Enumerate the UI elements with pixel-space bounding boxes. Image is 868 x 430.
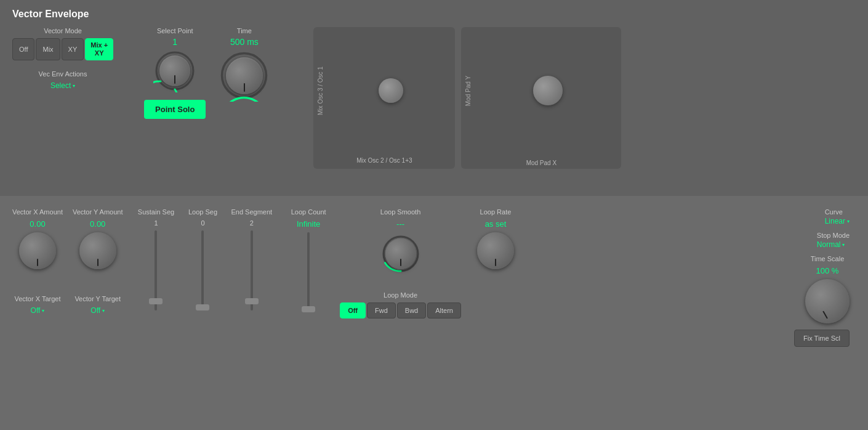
time-knob-inner [226, 57, 263, 94]
top-panel: Vector Envelope Vector Mode Off Mix XY M… [0, 0, 868, 196]
time-scale-label: Time Scale [811, 255, 845, 262]
vec-env-actions-label: Vec Env Actions [39, 70, 87, 78]
vector-mode-label: Vector Mode [44, 27, 82, 34]
select-point-knob-inner [159, 55, 190, 86]
bottom-panel: Vector X Amount 0.00 Vector X Target Off… [0, 196, 868, 430]
vector-x-amount-value: 0.00 [30, 219, 45, 229]
stop-mode-label: Stop Mode [817, 232, 850, 239]
vector-x-target-dropdown[interactable]: Off ▾ [31, 306, 45, 315]
time-scale-col: Time Scale 100 % [805, 255, 850, 323]
end-segment-col: End Segment 2 [231, 208, 272, 310]
loop-rate-value: as set [485, 219, 507, 229]
loop-smooth-knob-inner [385, 238, 416, 269]
end-segment-label: End Segment [231, 208, 272, 216]
mode-mix-xy-button[interactable]: Mix + XY [85, 38, 113, 60]
pad2-bottom-label: Mod Pad X [461, 160, 621, 166]
vx-target-chevron-icon: ▾ [42, 308, 44, 314]
loop-mode-group: Off Fwd Bwd Altern [340, 302, 461, 318]
sustain-seg-label: Sustain Seg [138, 208, 174, 216]
loop-count-thumb[interactable] [302, 306, 315, 312]
curve-label: Curve [825, 208, 843, 216]
vy-target-chevron-icon: ▾ [102, 308, 105, 314]
time-scale-knob[interactable] [805, 279, 850, 323]
vector-y-amount-col: Vector Y Amount 0.00 Vector Y Target Off… [73, 208, 123, 315]
time-value: 500 ms [230, 37, 259, 47]
stop-mode-dropdown[interactable]: Normal ▾ [817, 240, 845, 249]
time-control: Time 500 ms [218, 27, 270, 119]
loop-mode-off-button[interactable]: Off [340, 302, 366, 318]
vector-x-target-label: Vector X Target [14, 295, 60, 302]
pad1-knob [379, 78, 403, 103]
vector-x-amount-label: Vector X Amount [12, 208, 63, 216]
vector-y-target-label: Vector Y Target [74, 295, 121, 302]
end-segment-thumb[interactable] [245, 298, 259, 304]
fix-time-scl-button[interactable]: Fix Time Scl [794, 330, 850, 347]
loop-seg-thumb[interactable] [196, 304, 209, 310]
pad2-knob [533, 76, 563, 105]
select-point-knob[interactable] [153, 49, 196, 92]
loop-smooth-knob[interactable] [379, 232, 422, 275]
sustain-seg-thumb[interactable] [149, 298, 163, 304]
time-knob[interactable] [218, 49, 270, 102]
loop-seg-label: Loop Seg [188, 208, 217, 216]
time-label: Time [237, 27, 252, 34]
select-chevron-icon: ▾ [73, 83, 75, 89]
loop-count-value: Infinite [297, 219, 320, 229]
pad2-vertical-label: Mod Pad Y [465, 75, 472, 105]
panel-title: Vector Envelope [12, 9, 856, 20]
loop-count-col: Loop Count Infinite [287, 208, 330, 312]
sustain-seg-col: Sustain Seg 1 [137, 208, 174, 310]
loop-rate-col: Loop Rate as set [471, 208, 520, 269]
select-dropdown[interactable]: Select ▾ [50, 81, 75, 90]
pad1-vertical-label: Mix Osc 3 / Osc 1 [317, 67, 324, 115]
sustain-seg-slider[interactable] [155, 230, 157, 310]
mode-mix-button[interactable]: Mix [36, 38, 60, 60]
curve-dropdown[interactable]: Linear ▾ [825, 217, 850, 225]
loop-count-label: Loop Count [291, 208, 326, 216]
mode-off-button[interactable]: Off [12, 38, 34, 60]
loop-rate-label: Loop Rate [480, 208, 512, 216]
select-point-label: Select Point [157, 27, 193, 34]
loop-smooth-value: --- [396, 219, 404, 229]
xy-pad-1[interactable]: Mix Osc 3 / Osc 1 Mix Osc 2 / Osc 1+3 [313, 27, 455, 169]
time-scale-value: 100 % [816, 266, 839, 275]
loop-smooth-label: Loop Smooth [380, 208, 420, 216]
vector-y-target-dropdown[interactable]: Off ▾ [90, 306, 105, 315]
loop-seg-value: 0 [201, 219, 204, 227]
end-segment-value: 2 [250, 219, 254, 227]
select-point-value: 1 [172, 37, 177, 47]
loop-smooth-col: Loop Smooth --- Loop Mode Off Fwd Bwd Al… [340, 208, 461, 318]
loop-mode-altern-button[interactable]: Altern [427, 302, 461, 318]
loop-count-slider[interactable] [307, 232, 310, 312]
curve-chevron-icon: ▾ [847, 219, 850, 224]
mode-xy-button[interactable]: XY [62, 38, 84, 60]
loop-rate-knob[interactable] [477, 232, 514, 269]
vector-x-amount-col: Vector X Amount 0.00 Vector X Target Off… [12, 208, 63, 315]
vector-x-amount-knob[interactable] [19, 232, 56, 269]
vector-y-amount-label: Vector Y Amount [73, 208, 123, 216]
vector-y-amount-value: 0.00 [90, 219, 105, 229]
stop-mode-chevron-icon: ▾ [842, 242, 845, 248]
pad1-bottom-label: Mix Osc 2 / Osc 1+3 [313, 153, 455, 166]
loop-mode-fwd-button[interactable]: Fwd [367, 302, 396, 318]
xy-pad-2[interactable]: Mod Pad Y Mod Pad X [461, 27, 621, 169]
vector-mode-group: Off Mix XY Mix + XY [12, 38, 113, 60]
loop-seg-col: Loop Seg 0 [184, 208, 221, 310]
select-point-control: Select Point 1 Point Solo [144, 27, 206, 119]
end-segment-slider[interactable] [251, 230, 253, 310]
loop-seg-slider[interactable] [201, 230, 204, 310]
point-solo-button[interactable]: Point Solo [144, 100, 206, 119]
vector-y-amount-knob[interactable] [79, 232, 116, 269]
loop-mode-label: Loop Mode [384, 291, 417, 299]
loop-mode-bwd-button[interactable]: Bwd [397, 302, 426, 318]
sustain-seg-value: 1 [154, 219, 158, 227]
